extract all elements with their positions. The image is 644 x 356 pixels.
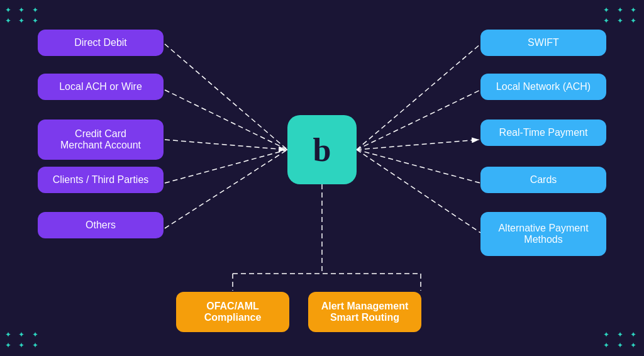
real-time-payment-box: Real-Time Payment bbox=[480, 120, 606, 146]
alert-management-box: Alert ManagementSmart Routing bbox=[308, 292, 421, 332]
svg-line-2 bbox=[165, 44, 287, 150]
svg-line-6 bbox=[165, 150, 287, 228]
swift-box: SWIFT bbox=[480, 30, 606, 56]
credit-card-merchant-box: Credit CardMerchant Account bbox=[38, 120, 164, 160]
dots-top-left: ✦ ✦ ✦✦ ✦ ✦ bbox=[5, 5, 41, 26]
direct-debit-box: Direct Debit bbox=[38, 30, 164, 56]
dots-bottom-left: ✦ ✦ ✦✦ ✦ ✦ bbox=[5, 330, 41, 351]
svg-line-11 bbox=[357, 150, 480, 233]
others-box: Others bbox=[38, 212, 164, 238]
diagram-container: ✦ ✦ ✦✦ ✦ ✦ ✦ ✦ ✦✦ ✦ ✦ ✦ ✦ ✦✦ ✦ ✦ ✦ ✦ ✦✦ … bbox=[0, 0, 644, 356]
clients-third-parties-box: Clients / Third Parties bbox=[38, 167, 164, 193]
svg-line-10 bbox=[357, 150, 480, 183]
local-ach-wire-box: Local ACH or Wire bbox=[38, 74, 164, 100]
svg-line-7 bbox=[357, 44, 480, 150]
center-logo: b bbox=[287, 115, 357, 184]
dots-bottom-right: ✦ ✦ ✦✦ ✦ ✦ bbox=[603, 330, 639, 351]
local-network-ach-box: Local Network (ACH) bbox=[480, 74, 606, 100]
dots-top-right: ✦ ✦ ✦✦ ✦ ✦ bbox=[603, 5, 639, 26]
svg-line-9 bbox=[357, 140, 479, 150]
cards-box: Cards bbox=[480, 167, 606, 193]
svg-line-5 bbox=[165, 150, 287, 183]
alternative-payment-box: Alternative PaymentMethods bbox=[480, 212, 606, 256]
svg-line-3 bbox=[165, 90, 287, 150]
svg-line-8 bbox=[357, 90, 480, 150]
svg-line-4 bbox=[165, 140, 286, 150]
ofac-aml-box: OFAC/AMLCompliance bbox=[176, 292, 289, 332]
